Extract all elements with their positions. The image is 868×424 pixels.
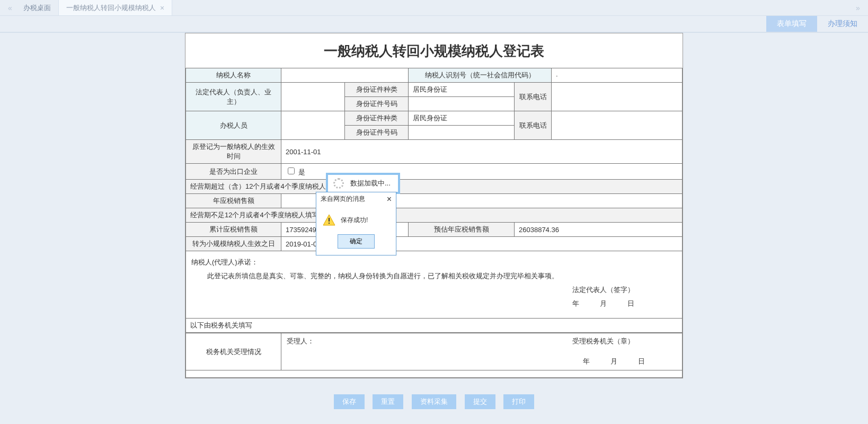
- label-annual-sales: 年应税销售额: [186, 194, 281, 208]
- form-table: 纳税人名称 纳税人识别号（统一社会信用代码） · 法定代表人（负责人、业主） 身…: [185, 68, 683, 251]
- promise-title: 纳税人(代理人)承诺：: [191, 255, 677, 269]
- authority-footer-spacer: [186, 370, 683, 378]
- value-taxpayer-id[interactable]: ·: [552, 68, 683, 83]
- reset-button[interactable]: 重置: [373, 394, 403, 409]
- label-authority-status: 税务机关受理情况: [186, 333, 281, 370]
- collect-button[interactable]: 资料采集: [412, 394, 456, 409]
- tabs-next-icon[interactable]: »: [852, 0, 864, 15]
- close-icon[interactable]: ×: [160, 4, 164, 12]
- bottom-button-bar: 保存 重置 资料采集 提交 打印: [0, 378, 868, 424]
- export-checkbox-label: 是: [298, 168, 305, 176]
- authority-table: 税务机关受理情况 受理人： 受理税务机关（章） 年 月 日: [185, 333, 683, 378]
- tab-home-label: 办税桌面: [23, 3, 51, 13]
- promise-box: 纳税人(代理人)承诺： 此登记表所填信息是真实、可靠、完整的，纳税人身份转换为自…: [185, 251, 683, 319]
- tab-home[interactable]: 办税桌面: [16, 0, 59, 15]
- value-legal-rep-id-type[interactable]: 居民身份证: [409, 83, 515, 97]
- label-is-export: 是否为出口企业: [186, 164, 281, 180]
- promise-date-line: 年 月 日: [191, 297, 677, 311]
- label-phone-1: 联系电话: [515, 83, 552, 111]
- value-taxpayer-name[interactable]: [281, 68, 409, 83]
- print-button[interactable]: 打印: [503, 394, 534, 409]
- dialog-title: 来自网页的消息: [321, 195, 365, 204]
- action-tab-form-fill-label: 表单填写: [777, 19, 807, 29]
- spinner-icon: [333, 178, 344, 189]
- registration-form: 一般纳税人转回小规模纳税人登记表 纳税人名称 纳税人识别号（统一社会信用代码） …: [185, 33, 683, 378]
- promise-body: 此登记表所填信息是真实、可靠、完整的，纳税人身份转换为自愿进行，已了解相关税收规…: [191, 269, 677, 283]
- authority-cell: 受理人： 受理税务机关（章） 年 月 日: [281, 333, 683, 370]
- loading-popup: 数据加载中...: [326, 173, 400, 194]
- form-title: 一般纳税人转回小规模纳税人登记表: [185, 33, 683, 68]
- label-legal-rep: 法定代表人（负责人、业主）: [186, 83, 281, 111]
- authority-stamp-label: 受理税务机关（章）: [572, 337, 677, 346]
- loading-text: 数据加载中...: [350, 179, 391, 188]
- action-bar: 表单填写 办理须知: [0, 16, 868, 33]
- value-orig-general-date[interactable]: 2001-11-01: [281, 140, 683, 164]
- value-agent-name[interactable]: [281, 111, 345, 140]
- label-convert-date: 转为小规模纳税人生效之日: [186, 237, 281, 251]
- label-orig-general-date: 原登记为一般纳税人的生效时间: [186, 140, 281, 164]
- value-agent-id-num[interactable]: [409, 126, 515, 140]
- export-checkbox[interactable]: [288, 167, 295, 174]
- label-est-annual-sales: 预估年应税销售额: [409, 223, 515, 237]
- warning-icon: [323, 214, 335, 226]
- message-dialog: 来自网页的消息 × 保存成功! 确定: [316, 192, 396, 255]
- svg-rect-1: [329, 218, 330, 222]
- tab-bar: « 办税桌面 一般纳税人转回小规模纳税人 × »: [0, 0, 868, 16]
- value-est-annual-sales[interactable]: 26038874.36: [515, 223, 683, 237]
- authority-date-line: 年 月 日: [287, 357, 677, 366]
- label-taxpayer-name: 纳税人名称: [186, 68, 281, 83]
- page-body: 一般纳税人转回小规模纳税人登记表 纳税人名称 纳税人识别号（统一社会信用代码） …: [0, 33, 868, 424]
- save-button[interactable]: 保存: [334, 394, 365, 409]
- dialog-close-icon[interactable]: ×: [387, 195, 392, 204]
- section-under12: 经营期不足12个月或者4个季度纳税人填写: [186, 208, 683, 223]
- section-over12: 经营期超过（含）12个月或者4个季度纳税人填写: [186, 180, 683, 194]
- tab-current-label: 一般纳税人转回小规模纳税人: [66, 3, 156, 13]
- dialog-message: 保存成功!: [341, 216, 368, 225]
- label-id-type-1: 身份证件种类: [345, 83, 409, 97]
- dialog-ok-button[interactable]: 确定: [338, 234, 375, 249]
- label-id-type-2: 身份证件种类: [345, 111, 409, 126]
- value-legal-rep-name[interactable]: [281, 83, 345, 111]
- action-tab-instructions-label: 办理须知: [828, 19, 857, 29]
- label-id-num-1: 身份证件号码: [345, 97, 409, 111]
- value-agent-id-type[interactable]: 居民身份证: [409, 111, 515, 126]
- label-tax-agent: 办税人员: [186, 111, 281, 140]
- action-tab-form-fill[interactable]: 表单填写: [766, 16, 817, 32]
- authority-section-label: 以下由税务机关填写: [185, 319, 683, 333]
- label-phone-2: 联系电话: [515, 111, 552, 140]
- acceptor-label: 受理人：: [287, 337, 314, 346]
- label-id-num-2: 身份证件号码: [345, 126, 409, 140]
- value-legal-rep-phone[interactable]: [552, 83, 683, 111]
- label-cum-sales: 累计应税销售额: [186, 223, 281, 237]
- svg-rect-2: [329, 223, 330, 224]
- value-legal-rep-id-num[interactable]: [409, 97, 515, 111]
- submit-button[interactable]: 提交: [465, 394, 495, 409]
- label-taxpayer-id: 纳税人识别号（统一社会信用代码）: [409, 68, 552, 83]
- action-tab-instructions[interactable]: 办理须知: [817, 16, 868, 32]
- value-agent-phone[interactable]: [552, 111, 683, 140]
- tab-current[interactable]: 一般纳税人转回小规模纳税人 ×: [59, 0, 172, 15]
- tabs-prev-icon[interactable]: «: [4, 0, 16, 15]
- legal-sign-label: 法定代表人（签字）: [191, 283, 677, 297]
